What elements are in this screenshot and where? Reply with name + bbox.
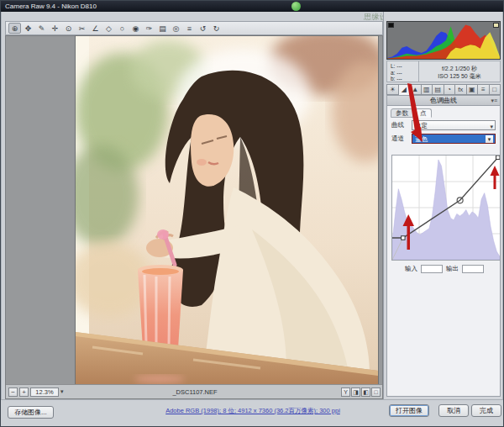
footer-bar: 存储图像... Adobe RGB (1998); 8 位; 4912 x 73… <box>1 399 504 427</box>
cancel-button[interactable]: 取消 <box>438 404 469 417</box>
preview-mode-cycle-button[interactable]: Y <box>341 387 350 397</box>
channel-select[interactable]: 蓝色▾ <box>412 134 496 144</box>
channel-row: 通道 蓝色▾ <box>387 132 500 145</box>
curve-preset-select[interactable]: 自定▾ <box>412 120 496 130</box>
annotation-arrow-curve-right <box>491 166 500 189</box>
curve-io-row: 输入 输出 <box>387 265 501 273</box>
subtab-parametric[interactable]: 参数 <box>391 108 413 118</box>
subtab-point[interactable]: 点 <box>415 108 432 118</box>
toolbar: ⊕✥✎✛⊙✂∠◇○◉✑▤◎≡↺↻ <box>5 21 383 35</box>
panel-header: 色调曲线 ▾≡ <box>387 96 500 106</box>
tone-curve-editor[interactable] <box>391 155 501 261</box>
rotate-left-button[interactable]: ↺ <box>197 23 209 34</box>
dropdown-arrow-icon: ▾ <box>490 122 493 131</box>
tab-hsl-grayscale[interactable]: ▥ <box>422 84 433 95</box>
curve-output-field[interactable] <box>462 265 484 273</box>
histogram-info: L: --- a: --- b: --- f/2.2 1/250 秒 ISO 1… <box>386 61 501 82</box>
color-sampler-tool[interactable]: ✛ <box>49 23 61 34</box>
zoom-level-dropdown-icon[interactable]: ▾ <box>60 388 64 395</box>
preview-toggle-button[interactable]: □ <box>371 387 381 397</box>
zoom-tool[interactable]: ⊕ <box>8 23 21 34</box>
tone-curve-panel: 色调曲线 ▾≡ 参数 点 曲线 自定▾ 通道 蓝色▾ <box>386 95 501 397</box>
curve-preset-row: 曲线 自定▾ <box>387 119 500 132</box>
curve-input-field[interactable] <box>421 265 443 273</box>
spot-removal-tool[interactable]: ○ <box>116 23 129 34</box>
curve-preset-label: 曲线 <box>391 121 408 129</box>
tab-lens-corrections[interactable]: ◔ <box>444 84 456 95</box>
dropdown-arrow-icon: ▾ <box>486 135 493 143</box>
straighten-tool[interactable]: ∠ <box>89 23 102 34</box>
transform-tool[interactable]: ◇ <box>102 23 115 34</box>
watermark-logo <box>291 2 301 11</box>
red-eye-tool[interactable]: ◉ <box>129 23 142 34</box>
rotate-right-button[interactable]: ↻ <box>210 23 223 34</box>
hand-tool[interactable]: ✥ <box>22 23 34 34</box>
curve-output-label: 输出 <box>446 265 459 273</box>
save-image-button[interactable]: 存储图像... <box>8 406 54 419</box>
lab-b-value: b: --- <box>391 76 418 82</box>
tab-basic[interactable]: ☀ <box>386 84 399 95</box>
curve-input-label: 输入 <box>405 265 417 273</box>
exif-aperture-shutter: f/2.2 1/250 秒 <box>419 66 500 73</box>
adjustment-tabs: ☀◢▲▥▤◔fx▣≡□ <box>386 84 501 95</box>
radial-filter-tool[interactable]: ◎ <box>170 23 182 34</box>
exif-readout: f/2.2 1/250 秒 ISO 125 50 毫米 <box>419 61 500 82</box>
preview-area: − + 12.3% ▾ _DSC1107.NEF Y◨◧□ <box>5 35 383 399</box>
exif-iso-focal: ISO 125 50 毫米 <box>419 73 500 81</box>
preview-view-buttons: Y◨◧□ <box>341 387 381 397</box>
lab-a-value: a: --- <box>391 70 418 76</box>
rgb-histogram <box>386 21 501 60</box>
done-button[interactable]: 完成 <box>471 404 501 417</box>
lab-readout: L: --- a: --- b: --- <box>387 61 419 82</box>
zoom-control: − + 12.3% ▾ <box>8 387 64 397</box>
tab-snapshots[interactable]: □ <box>490 84 501 95</box>
image-filename: _DSC1107.NEF <box>107 388 283 396</box>
zoom-level-select[interactable]: 12.3% <box>30 387 59 397</box>
panel-menu-icon[interactable]: ▾≡ <box>491 96 497 105</box>
preview-copy-settings-button[interactable]: ◧ <box>361 387 370 397</box>
preferences-button[interactable]: ≡ <box>183 23 196 34</box>
preview-swap-button[interactable]: ◨ <box>351 387 360 397</box>
graduated-filter-tool[interactable]: ▤ <box>156 23 169 34</box>
right-panel: L: --- a: --- b: --- f/2.2 1/250 秒 ISO 1… <box>383 12 502 399</box>
highlight-clipping-warning-icon[interactable] <box>493 23 499 28</box>
panel-title: 色调曲线 <box>430 97 457 104</box>
tab-presets[interactable]: ≡ <box>478 84 490 95</box>
tab-detail[interactable]: ▲ <box>410 84 422 95</box>
photo-preview[interactable] <box>76 36 378 384</box>
tab-split-toning[interactable]: ▤ <box>433 84 444 95</box>
zoom-in-button[interactable]: + <box>19 387 29 397</box>
zoom-out-button[interactable]: − <box>8 387 18 397</box>
preview-status-bar: − + 12.3% ▾ _DSC1107.NEF Y◨◧□ <box>6 384 382 398</box>
window-title: Camera Raw 9.4 - Nikon D810 <box>5 3 97 10</box>
camera-raw-dialog: Camera Raw 9.4 - Nikon D810 思缘设计论坛 WWW.M… <box>0 0 504 427</box>
adjustment-brush-tool[interactable]: ✑ <box>143 23 155 34</box>
open-image-button[interactable]: 打开图像 <box>389 404 429 417</box>
tab-effects[interactable]: fx <box>455 84 467 95</box>
tone-curve-subtabs: 参数 点 <box>387 106 500 119</box>
tab-camera-calibration[interactable]: ▣ <box>467 84 479 95</box>
lab-l-value: L: --- <box>391 63 418 70</box>
crop-tool[interactable]: ✂ <box>76 23 88 34</box>
tab-tone-curve[interactable]: ◢ <box>399 84 411 95</box>
channel-label: 通道 <box>391 134 408 143</box>
white-balance-tool[interactable]: ✎ <box>35 23 48 34</box>
shadow-clipping-warning-icon[interactable] <box>388 23 394 28</box>
targeted-adjustment-tool[interactable]: ⊙ <box>62 23 75 34</box>
title-bar[interactable]: Camera Raw 9.4 - Nikon D810 <box>1 1 504 12</box>
workflow-options-link[interactable]: Adobe RGB (1998); 8 位; 4912 x 7360 (36.2… <box>165 407 340 415</box>
